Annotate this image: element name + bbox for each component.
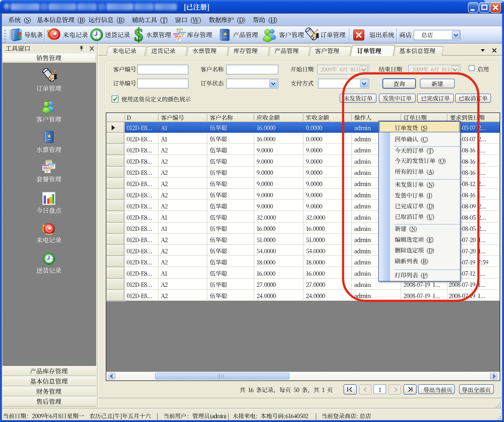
- svg-text:$: $: [134, 27, 144, 43]
